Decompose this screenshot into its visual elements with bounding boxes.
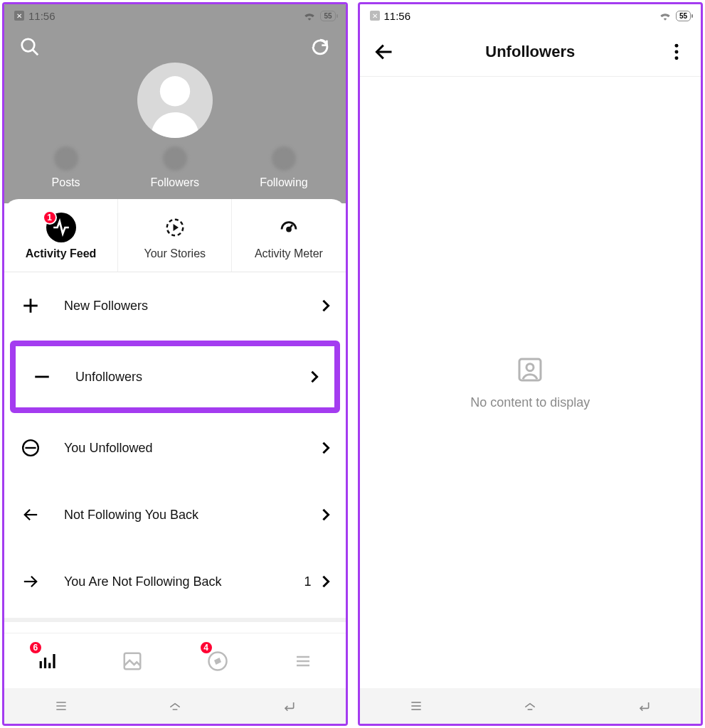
wifi-icon (659, 11, 672, 21)
menu-new-followers[interactable]: New Followers (4, 272, 346, 339)
system-nav-bar (360, 688, 701, 724)
system-nav-bar (4, 688, 346, 724)
chevron-right-icon (322, 508, 330, 522)
profile-header: Posts Followers Following (4, 27, 346, 203)
tab-label: Activity Meter (235, 247, 342, 260)
minus-icon (31, 368, 53, 386)
tabs-row: 1 Activity Feed Your Stories Activity Me… (4, 199, 346, 272)
search-button[interactable] (17, 34, 43, 60)
bottom-tab-bar: 6 4 (4, 633, 346, 688)
menu-count: 1 (304, 574, 311, 589)
menu-list: New Followers Unfollowers You Unfollowed… (4, 272, 346, 633)
chevron-right-icon (322, 574, 330, 589)
tab-badge: 1 (43, 210, 57, 225)
arrow-right-icon (20, 574, 41, 589)
plus-icon (20, 296, 41, 315)
svg-point-31 (675, 56, 679, 60)
tab-your-stories[interactable]: Your Stories (118, 199, 232, 272)
svg-marker-4 (173, 224, 179, 231)
stat-followers[interactable]: Followers (120, 146, 229, 189)
tab-label: Your Stories (121, 247, 228, 260)
menu-you-unfollowed[interactable]: You Unfollowed (4, 414, 346, 481)
page-title: Unfollowers (400, 43, 662, 61)
svg-rect-18 (124, 653, 141, 669)
menu-label: Unfollowers (75, 370, 310, 385)
sys-nav-back[interactable] (622, 699, 665, 713)
arrow-left-icon (20, 507, 41, 523)
status-time: 11:56 (384, 10, 411, 22)
stat-label: Following (229, 176, 338, 189)
chevron-right-icon (322, 299, 330, 313)
sys-nav-recent[interactable] (395, 699, 438, 713)
menu-label: New Followers (64, 299, 322, 314)
phone-left-activity: ✕ 11:56 55 Posts Followers Foll (2, 2, 348, 726)
page-header: Unfollowers (360, 27, 701, 77)
more-button[interactable] (661, 43, 692, 61)
sys-nav-home[interactable] (154, 699, 196, 713)
menu-label: You Are Not Following Back (64, 574, 304, 589)
no-sim-icon: ✕ (370, 11, 380, 21)
refresh-button[interactable] (307, 34, 333, 60)
bottom-tab-stats[interactable]: 6 (4, 633, 90, 688)
menu-unfollowers[interactable]: Unfollowers (16, 346, 334, 407)
phone-right-unfollowers: ✕ 11:56 55 Unfollowers No content to dis… (358, 2, 704, 726)
back-button[interactable] (369, 42, 400, 62)
status-time: 11:56 (28, 10, 55, 22)
stories-icon (121, 213, 228, 242)
highlight-unfollowers: Unfollowers (10, 341, 340, 413)
stat-posts[interactable]: Posts (11, 146, 120, 189)
chevron-right-icon (310, 370, 319, 384)
chevron-right-icon (322, 441, 330, 455)
svg-point-30 (675, 50, 679, 53)
empty-state: No content to display (360, 77, 701, 688)
tab-activity-feed[interactable]: 1 Activity Feed (4, 199, 118, 272)
menu-label: You Unfollowed (64, 441, 322, 456)
tab-label: Activity Feed (7, 247, 115, 260)
svg-marker-20 (214, 658, 221, 665)
svg-line-1 (33, 50, 38, 55)
menu-label: Not Following You Back (64, 508, 322, 523)
bottom-badge: 4 (199, 641, 213, 655)
stat-label: Followers (120, 176, 229, 189)
battery-icon: 55 (320, 11, 335, 21)
sys-nav-recent[interactable] (40, 699, 83, 713)
status-bar: ✕ 11:56 55 (4, 4, 346, 27)
svg-line-6 (289, 225, 292, 229)
sys-nav-home[interactable] (509, 699, 551, 713)
svg-point-2 (160, 76, 190, 106)
sys-nav-back[interactable] (267, 699, 310, 713)
menu-not-following-you-back[interactable]: Not Following You Back (4, 481, 346, 548)
stat-following[interactable]: Following (229, 146, 338, 189)
bottom-tab-menu[interactable] (260, 633, 346, 688)
stat-label: Posts (11, 176, 120, 189)
bottom-tab-media[interactable] (90, 633, 175, 688)
empty-text: No content to display (470, 395, 590, 410)
user-placeholder-icon (516, 355, 544, 384)
circle-minus-icon (20, 439, 41, 457)
svg-point-33 (526, 363, 534, 370)
battery-icon: 55 (676, 11, 691, 21)
bottom-tab-explore[interactable]: 4 (175, 633, 260, 688)
svg-point-0 (22, 39, 35, 52)
svg-rect-32 (519, 359, 541, 380)
profile-avatar[interactable] (137, 63, 213, 138)
svg-point-29 (675, 43, 679, 47)
status-bar: ✕ 11:56 55 (360, 4, 701, 27)
meter-icon (235, 213, 342, 242)
no-sim-icon: ✕ (14, 11, 24, 21)
tab-activity-meter[interactable]: Activity Meter (232, 199, 345, 272)
menu-you-not-following-back[interactable]: You Are Not Following Back 1 (4, 548, 346, 615)
wifi-icon (303, 11, 316, 21)
bottom-badge: 6 (28, 641, 43, 655)
